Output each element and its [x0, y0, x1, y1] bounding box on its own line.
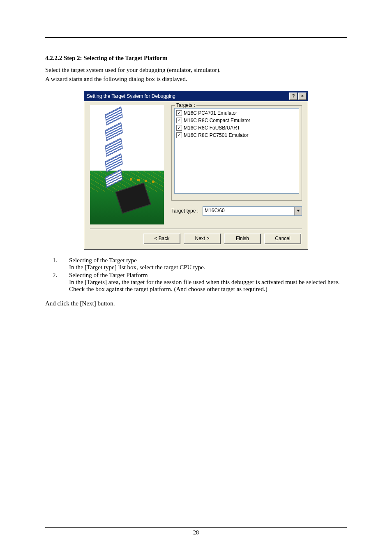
back-button[interactable]: < Back — [143, 234, 180, 244]
intro-text: Select the target system used for your d… — [45, 66, 347, 74]
help-button[interactable]: ? — [289, 92, 297, 100]
wizard-graphic — [90, 105, 164, 224]
footer-rule — [45, 527, 347, 528]
chevron-down-icon[interactable] — [294, 207, 302, 215]
list-number: 2. — [53, 272, 60, 293]
list-body: Check the box against the target platfor… — [69, 286, 347, 293]
titlebar: Setting the Target System for Debugging … — [84, 91, 308, 101]
dialog-title: Setting the Target System for Debugging — [85, 93, 288, 99]
closing-text: And click the [Next] button. — [45, 299, 347, 308]
list-title: Selecting of the Target type — [69, 257, 347, 264]
list-item: 2. Selecting of the Target Platform In t… — [53, 272, 347, 293]
checkbox-icon[interactable]: ✓ — [176, 118, 182, 123]
list-body: In the [Targets] area, the target for th… — [69, 279, 347, 286]
targets-fieldset: Targets : ✓ M16C PC4701 Emulator ✓ M16C … — [171, 105, 302, 201]
target-item[interactable]: ✓ M16C R8C PC7501 Emulator — [176, 132, 297, 139]
targets-legend: Targets : — [175, 102, 196, 108]
svg-marker-0 — [297, 210, 300, 212]
separator — [90, 229, 302, 229]
target-type-combobox[interactable]: M16C/60 — [203, 206, 302, 216]
checkbox-icon[interactable]: ✓ — [176, 132, 182, 138]
target-item-label: M16C PC4701 Emulator — [184, 109, 237, 117]
target-item[interactable]: ✓ M16C R8C FoUSB/UART — [176, 124, 297, 132]
target-item-label: M16C R8C FoUSB/UART — [184, 124, 240, 132]
close-button[interactable]: × — [298, 92, 307, 100]
section-heading: 4.2.2.2 Step 2: Selecting of the Target … — [45, 55, 347, 62]
instruction-list: 1. Selecting of the Target type In the [… — [53, 257, 347, 293]
target-item[interactable]: ✓ M16C PC4701 Emulator — [176, 109, 297, 117]
finish-button[interactable]: Finish — [224, 234, 261, 244]
list-title: Selecting of the Target Platform — [69, 272, 347, 279]
list-body: In the [Target type] list box, select th… — [69, 264, 347, 271]
dialog-window: Setting the Target System for Debugging … — [84, 91, 308, 250]
target-type-label: Target type : — [171, 208, 198, 214]
checkbox-icon[interactable]: ✓ — [176, 110, 182, 116]
button-row: < Back Next > Finish Cancel — [90, 234, 302, 246]
top-rule — [45, 37, 347, 38]
intro-text: A wizard starts and the following dialog… — [45, 75, 347, 83]
target-item-label: M16C R8C PC7501 Emulator — [184, 132, 248, 139]
target-type-value: M16C/60 — [203, 207, 294, 215]
target-item[interactable]: ✓ M16C R8C Compact Emulator — [176, 117, 297, 124]
next-button[interactable]: Next > — [184, 234, 221, 244]
list-item: 1. Selecting of the Target type In the [… — [53, 257, 347, 271]
checkbox-icon[interactable]: ✓ — [176, 125, 182, 131]
cancel-button[interactable]: Cancel — [264, 234, 301, 244]
target-item-label: M16C R8C Compact Emulator — [184, 117, 250, 124]
list-number: 1. — [53, 257, 60, 271]
page-number: 28 — [45, 530, 347, 536]
targets-listbox[interactable]: ✓ M16C PC4701 Emulator ✓ M16C R8C Compac… — [174, 108, 299, 194]
